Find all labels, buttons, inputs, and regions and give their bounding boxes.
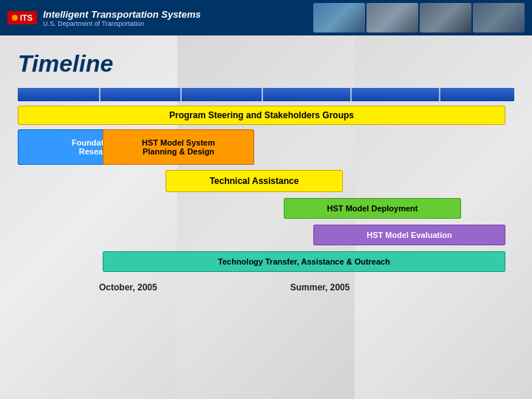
tick-5 — [439, 88, 440, 101]
header-text: Intelligent Transportation Systems U.S. … — [43, 9, 201, 27]
header-image-3 — [420, 3, 471, 33]
header: ITS Intelligent Transportation Systems U… — [0, 0, 532, 35]
page-title: Timeline — [18, 50, 514, 78]
logo-dot — [12, 15, 18, 21]
tick-4 — [350, 88, 352, 101]
bar-hst-planning-label: HST Model SystemPlanning & Design — [142, 138, 215, 156]
header-image-2 — [366, 3, 418, 33]
dates-row: October, 2005 Summer, 2005 — [18, 278, 514, 293]
logo-text: ITS — [20, 13, 33, 22]
bar-program-steering-label: Program Steering and Stakeholders Groups — [169, 110, 354, 120]
header-image-1 — [313, 3, 365, 33]
its-logo: ITS — [7, 11, 37, 24]
bar-hst-evaluation-label: HST Model Evaluation — [366, 231, 452, 239]
bar-program-steering: Program Steering and Stakeholders Groups — [18, 106, 505, 125]
end-date-label: Summer, 2005 — [290, 282, 350, 293]
full-timeline-bar — [18, 88, 514, 101]
main-content: Timeline FY 04' FY 05 | FY 06 | FY 07 | … — [0, 35, 532, 399]
bar-hst-evaluation: HST Model Evaluation — [313, 225, 505, 245]
bar-hst-deployment-label: HST Model Deployment — [327, 204, 418, 213]
bar-technology-transfer-label: Technology Transfer, Assistance & Outrea… — [218, 257, 390, 266]
timeline-container: FY 04' FY 05 | FY 06 | FY 07 | FY 08 | F… — [18, 88, 514, 372]
bar-technical-assistance-label: Technical Assistance — [210, 176, 299, 186]
tick-2 — [180, 88, 182, 101]
header-title: Intelligent Transportation Systems — [43, 9, 201, 20]
timeline-bar-area: Program Steering and Stakeholders Groups… — [18, 106, 514, 372]
bar-hst-deployment: HST Model Deployment — [284, 198, 461, 219]
header-subtitle: U.S. Department of Transportation — [43, 20, 201, 27]
tick-1 — [99, 88, 100, 101]
header-images — [313, 3, 525, 33]
header-image-4 — [473, 3, 525, 33]
start-date-label: October, 2005 — [99, 282, 157, 293]
bar-technology-transfer: Technology Transfer, Assistance & Outrea… — [103, 251, 505, 272]
tick-3 — [262, 88, 263, 101]
bar-hst-planning: HST Model SystemPlanning & Design — [103, 129, 254, 165]
bar-technical-assistance: Technical Assistance — [166, 170, 343, 192]
